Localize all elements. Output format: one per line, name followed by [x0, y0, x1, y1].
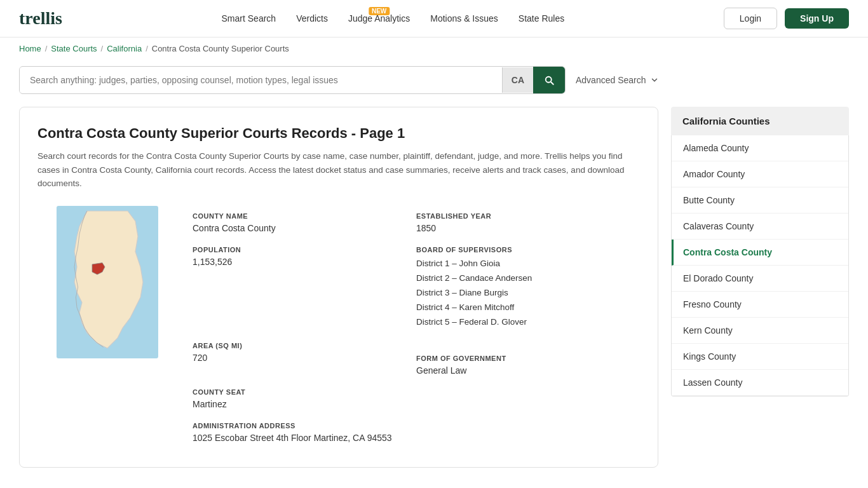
sidebar-item-fresno[interactable]: Fresno County — [672, 292, 848, 318]
board-member-2: District 2 – Candace Andersen — [416, 271, 630, 286]
board-label: BOARD OF SUPERVISORS — [416, 246, 630, 254]
established-label: ESTABLISHED YEAR — [416, 212, 630, 220]
breadcrumb-current: Contra Costa County Superior Courts — [152, 44, 289, 53]
sidebar-item-el-dorado[interactable]: El Dorado County — [672, 266, 848, 292]
search-button[interactable] — [533, 67, 565, 93]
search-icon — [543, 74, 555, 86]
county-details: COUNTY NAME Contra Costa County ESTABLIS… — [193, 206, 640, 450]
breadcrumb-sep-2: / — [101, 44, 104, 53]
sidebar: California Counties Alameda County Amado… — [671, 107, 849, 396]
nav-judge-analytics[interactable]: NEW Judge Analytics — [348, 13, 410, 24]
breadcrumb-home[interactable]: Home — [19, 44, 41, 53]
seat-label: COUNTY SEAT — [193, 388, 406, 396]
login-button[interactable]: Login — [724, 8, 777, 29]
site-header: trellis Smart Search Verdicts NEW Judge … — [0, 0, 868, 37]
established-block: ESTABLISHED YEAR 1850 — [416, 206, 640, 240]
board-block: BOARD OF SUPERVISORS District 1 – John G… — [416, 240, 640, 336]
breadcrumb-sep-1: / — [45, 44, 48, 53]
county-name-block: COUNTY NAME Contra Costa County — [193, 206, 416, 240]
county-name-label: COUNTY NAME — [193, 212, 406, 220]
area-label: AREA (SQ MI) — [193, 342, 406, 349]
advanced-search[interactable]: Advanced Search — [576, 75, 659, 85]
breadcrumb: Home / State Courts / California / Contr… — [0, 37, 868, 60]
sidebar-item-amador[interactable]: Amador County — [672, 161, 848, 187]
chevron-down-icon — [650, 76, 659, 85]
search-state-code: CA — [502, 67, 533, 93]
nav-smart-search[interactable]: Smart Search — [222, 13, 276, 24]
area-value: 720 — [193, 353, 406, 363]
sidebar-item-contra-costa[interactable]: Contra Costa County — [672, 240, 848, 266]
board-member-3: District 3 – Diane Burgis — [416, 286, 630, 301]
new-badge: NEW — [369, 7, 390, 15]
sidebar-list: Alameda County Amador County Butte Count… — [671, 135, 849, 396]
sidebar-header: California Counties — [671, 107, 849, 135]
gov-block: FORM OF GOVERNMENT General Law — [416, 336, 640, 382]
sidebar-item-butte[interactable]: Butte County — [672, 187, 848, 214]
site-logo[interactable]: trellis — [19, 8, 62, 29]
page-title: Contra Costa County Superior Courts Reco… — [37, 125, 640, 142]
county-map — [37, 206, 177, 358]
nav-verdicts[interactable]: Verdicts — [296, 13, 328, 24]
gov-value: General Law — [416, 365, 630, 376]
content-panel: Contra Costa County Superior Courts Reco… — [19, 107, 658, 468]
board-member-1: District 1 – John Gioia — [416, 257, 630, 271]
population-label: POPULATION — [193, 246, 406, 254]
admin-full-block: ADMINISTRATION ADDRESS 1025 Escobar Stre… — [193, 416, 640, 449]
header-actions: Login Sign Up — [724, 8, 849, 29]
sidebar-item-kings[interactable]: Kings County — [672, 344, 848, 370]
seat-value: Martinez — [193, 399, 406, 409]
board-member-4: District 4 – Karen Mitchoff — [416, 301, 630, 315]
gov-label: FORM OF GOVERNMENT — [416, 355, 630, 362]
admin-label: ADMINISTRATION ADDRESS — [193, 422, 630, 430]
breadcrumb-california[interactable]: California — [107, 44, 142, 53]
county-info: COUNTY NAME Contra Costa County ESTABLIS… — [37, 206, 640, 450]
area-block: AREA (SQ MI) 720 — [193, 336, 416, 382]
established-value: 1850 — [416, 223, 630, 233]
breadcrumb-state-courts[interactable]: State Courts — [51, 44, 97, 53]
breadcrumb-sep-3: / — [146, 44, 148, 53]
seat-block: COUNTY SEAT Martinez — [193, 382, 416, 416]
search-wrapper: CA — [19, 66, 566, 94]
board-member-5: District 5 – Federal D. Glover — [416, 315, 630, 330]
main-layout: Contra Costa County Superior Courts Reco… — [0, 107, 868, 487]
search-input[interactable] — [20, 67, 502, 93]
county-name-value: Contra Costa County — [193, 223, 406, 233]
content-description: Search court records for the Contra Cost… — [37, 149, 640, 191]
population-value: 1,153,526 — [193, 257, 406, 267]
admin-value: 1025 Escobar Street 4th Floor Martinez, … — [193, 433, 630, 443]
sidebar-item-lassen[interactable]: Lassen County — [672, 370, 848, 396]
sidebar-item-alameda[interactable]: Alameda County — [672, 135, 848, 161]
main-nav: Smart Search Verdicts NEW Judge Analytic… — [222, 13, 565, 24]
nav-state-rules[interactable]: State Rules — [519, 13, 564, 24]
sidebar-item-kern[interactable]: Kern County — [672, 318, 848, 344]
admin-block — [416, 382, 640, 416]
signup-button[interactable]: Sign Up — [785, 8, 849, 29]
population-block: POPULATION 1,153,526 — [193, 240, 416, 336]
search-section: CA Advanced Search — [0, 60, 868, 107]
advanced-search-label: Advanced Search — [576, 75, 646, 85]
nav-motions[interactable]: Motions & Issues — [430, 13, 498, 24]
sidebar-item-calaveras[interactable]: Calaveras County — [672, 214, 848, 240]
